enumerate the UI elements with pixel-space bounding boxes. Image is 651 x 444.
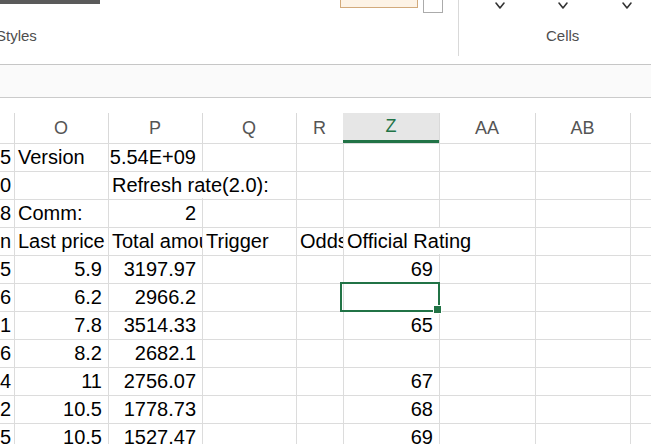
column-header-q[interactable]: Q	[202, 113, 296, 143]
style-swatch-tan[interactable]	[340, 0, 418, 8]
column-header-p[interactable]: P	[108, 113, 202, 143]
cell-n[interactable]: 5	[0, 255, 10, 283]
cell-n[interactable]: 5	[0, 423, 10, 444]
cell-p[interactable]: 2	[108, 199, 202, 227]
cell-p[interactable]: 2966.2	[108, 283, 202, 311]
sheet-header-row: n Last price Total amount Trigger Odds O…	[0, 227, 651, 255]
chevron-down-icon[interactable]	[556, 0, 570, 13]
sheet-row: 5 10.5 1527.47 69	[0, 423, 651, 444]
cell-o[interactable]: 11	[14, 367, 108, 395]
sheet-row: 4 11 2756.07 67	[0, 367, 651, 395]
cell-o[interactable]: Last price	[14, 227, 108, 255]
sheet-row: 0 Refresh rate(2.0):	[0, 171, 651, 199]
cell-p[interactable]: 1778.73	[108, 395, 202, 423]
cell-z[interactable]: Official Rating	[344, 228, 489, 254]
cell-z[interactable]: 67	[343, 367, 439, 395]
styles-group-label: Styles	[0, 27, 37, 44]
cell-o[interactable]: 10.5	[14, 423, 108, 444]
selected-cell[interactable]	[340, 282, 440, 312]
cell-n[interactable]: 6	[0, 339, 10, 367]
sheet-row: 6 8.2 2682.1	[0, 339, 651, 367]
cell-p[interactable]: 1527.47	[108, 423, 202, 444]
column-header-o[interactable]: O	[14, 113, 108, 143]
cell-o[interactable]: 10.5	[14, 395, 108, 423]
cell-p[interactable]: Refresh rate(2.0):	[109, 172, 274, 198]
ribbon-group-divider	[458, 0, 459, 56]
sheet-row: 8 Comm: 2	[0, 199, 651, 227]
cell-n[interactable]: 6	[0, 283, 10, 311]
fill-handle[interactable]	[433, 305, 442, 314]
cell-z[interactable]: 69	[343, 255, 439, 283]
sheet-row: 1 7.8 3514.33 65	[0, 311, 651, 339]
cell-n[interactable]: 8	[0, 199, 10, 227]
cell-z[interactable]: 65	[343, 311, 439, 339]
excel-window: Styles Cells O P Q R Z AA AB 5 Version 5…	[0, 0, 651, 444]
cell-q[interactable]: Trigger	[202, 227, 296, 255]
cell-n[interactable]: 2	[0, 395, 10, 423]
sheet-row: 2 10.5 1778.73 68	[0, 395, 651, 423]
cell-n[interactable]: 4	[0, 367, 10, 395]
cell-z[interactable]: 68	[343, 395, 439, 423]
column-header-aa[interactable]: AA	[439, 113, 535, 143]
cell-o[interactable]: 5.9	[14, 255, 108, 283]
cell-o[interactable]: 7.8	[14, 311, 108, 339]
sheet-row: 6 6.2 2966.2	[0, 283, 651, 311]
cell-p[interactable]: 5.54E+09	[108, 143, 202, 171]
column-header-r[interactable]: R	[296, 113, 343, 143]
cell-p[interactable]: Total amount	[108, 227, 202, 255]
cell-o[interactable]: 6.2	[14, 283, 108, 311]
cell-n[interactable]: 0	[0, 171, 10, 199]
cell-n[interactable]: 5	[0, 143, 10, 171]
cell-p[interactable]: 2682.1	[108, 339, 202, 367]
cells-group-label: Cells	[546, 27, 579, 44]
style-swatch-blank[interactable]	[423, 0, 443, 13]
style-swatch-dark[interactable]	[0, 0, 100, 4]
cell-o[interactable]: Comm:	[14, 199, 108, 227]
chevron-down-icon[interactable]	[493, 0, 507, 13]
cell-o[interactable]: 8.2	[14, 339, 108, 367]
cell-o[interactable]: Version	[14, 143, 108, 171]
cell-r[interactable]: Odds	[296, 227, 343, 255]
column-header-row: O P Q R Z AA AB	[0, 113, 651, 143]
cell-n[interactable]: 1	[0, 311, 10, 339]
spreadsheet-grid[interactable]: 5 Version 5.54E+09 0 Refresh rate(2.0): …	[0, 143, 651, 444]
column-header-z-selected[interactable]: Z	[343, 113, 439, 143]
cell-p[interactable]: 3197.97	[108, 255, 202, 283]
cell-n[interactable]: n	[0, 227, 10, 255]
cell-p[interactable]: 2756.07	[108, 367, 202, 395]
cell-z[interactable]: 69	[343, 423, 439, 444]
formula-bar[interactable]	[0, 65, 651, 98]
cell-p[interactable]: 3514.33	[108, 311, 202, 339]
chevron-down-icon[interactable]	[620, 0, 634, 13]
ribbon: Styles Cells	[0, 0, 651, 65]
sheet-row: 5 Version 5.54E+09	[0, 143, 651, 171]
sheet-row: 5 5.9 3197.97 69	[0, 255, 651, 283]
column-header-ab[interactable]: AB	[535, 113, 630, 143]
